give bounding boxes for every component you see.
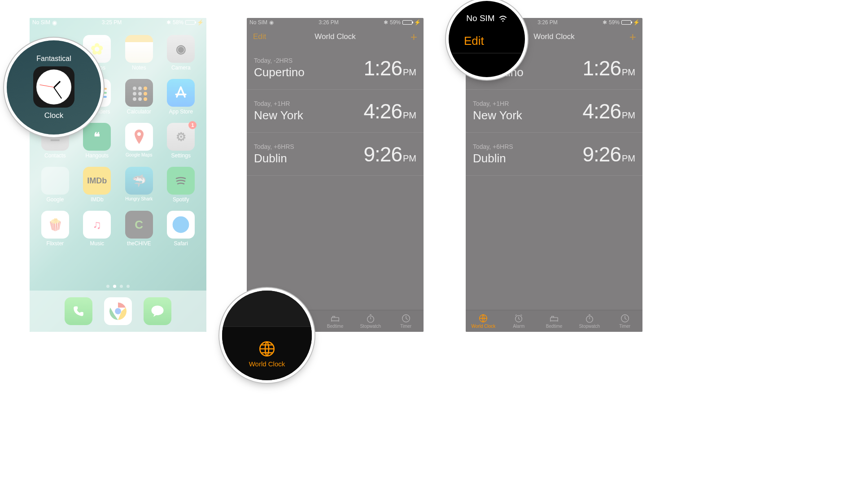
chrome-app[interactable]: [104, 297, 132, 325]
hungryshark-app[interactable]: 🦈Hungry Shark: [120, 167, 158, 203]
badge: 1: [188, 121, 197, 129]
page-indicator[interactable]: [30, 285, 206, 288]
tab-label: Bedtime: [546, 324, 563, 329]
phone-app[interactable]: [65, 297, 92, 325]
time-offset: Today, +6HRS: [473, 143, 513, 150]
clock-row[interactable]: Today, +1HRNew York 4:26PM: [466, 90, 642, 133]
carrier-label: No SIM: [249, 19, 267, 26]
svg-point-16: [152, 305, 164, 315]
svg-point-26: [586, 316, 593, 323]
chive-app[interactable]: CtheCHIVE: [120, 211, 158, 247]
calculator-app[interactable]: Calculator: [120, 79, 158, 115]
time-value: 9:26: [582, 142, 621, 166]
google-folder[interactable]: Google: [36, 167, 74, 203]
app-label: Settings: [171, 152, 191, 159]
time-offset: Today, -2HRS: [254, 57, 305, 64]
tab-timer[interactable]: Timer: [388, 313, 424, 329]
notes-icon: [125, 35, 153, 63]
camera-icon: ◉: [167, 35, 195, 63]
app-label: Spotify: [173, 196, 189, 203]
world-clock-list[interactable]: Today, -2HRSCupertino 1:26PM Today, +1HR…: [466, 47, 642, 310]
world-clock-tab[interactable]: World Clock: [222, 326, 312, 380]
tab-world-clock[interactable]: World Clock: [466, 313, 501, 329]
time-ampm: PM: [403, 153, 416, 164]
tab-alarm[interactable]: Alarm: [501, 313, 537, 329]
add-button[interactable]: +: [411, 30, 417, 44]
add-button[interactable]: +: [629, 30, 636, 44]
googlemaps-icon: [125, 123, 153, 151]
tab-label: Timer: [400, 324, 411, 329]
callout-clock-app: Fantastical Clock: [7, 40, 101, 135]
music-icon: ♫: [83, 211, 111, 239]
time-value: 1:26: [582, 56, 621, 80]
svg-point-0: [133, 87, 136, 90]
shark-icon: 🦈: [125, 167, 153, 195]
time-ampm: PM: [622, 67, 635, 78]
tab-label: Timer: [619, 324, 630, 329]
settings-app[interactable]: ⚙1Settings: [162, 123, 201, 159]
tab-timer[interactable]: Timer: [607, 313, 642, 329]
imdb-icon: IMDb: [83, 167, 111, 195]
tab-stopwatch[interactable]: Stopwatch: [353, 313, 388, 329]
clock-app-label: Clock: [44, 111, 64, 120]
time-ampm: PM: [403, 110, 416, 121]
edit-button[interactable]: Edit: [253, 32, 266, 41]
city-name: Cupertino: [254, 65, 305, 79]
time-value: 9:26: [363, 142, 402, 166]
time-value: 4:26: [582, 99, 621, 123]
time-ampm: PM: [622, 110, 635, 121]
appstore-app[interactable]: App Store: [162, 79, 201, 115]
spotify-app[interactable]: Spotify: [162, 167, 201, 203]
imdb-app[interactable]: IMDbIMDb: [78, 167, 117, 203]
carrier-label: No SIM: [32, 19, 50, 26]
svg-rect-25: [550, 317, 558, 321]
tab-stopwatch[interactable]: Stopwatch: [572, 313, 607, 329]
city-name: New York: [254, 109, 303, 122]
messages-app[interactable]: [144, 297, 171, 325]
notes-app[interactable]: Notes: [120, 35, 158, 71]
battery-icon: [402, 20, 412, 25]
time-value: 1:26: [363, 56, 402, 80]
settings-icon: ⚙1: [167, 123, 195, 151]
tab-bedtime[interactable]: Bedtime: [318, 313, 353, 329]
clock-row[interactable]: Today, +1HRNew York 4:26PM: [247, 90, 424, 133]
clock-row[interactable]: Today, +6HRSDublin 9:26PM: [466, 133, 642, 176]
edit-button[interactable]: Edit: [464, 34, 484, 48]
app-label: Contacts: [44, 152, 66, 159]
charging-icon: ⚡: [414, 19, 421, 26]
tab-bedtime[interactable]: Bedtime: [537, 313, 572, 329]
app-label: Notes: [132, 65, 146, 71]
googlemaps-app[interactable]: Google Maps: [120, 123, 158, 159]
nav-bar: Edit World Clock +: [247, 27, 424, 47]
app-label: Hungry Shark: [125, 196, 153, 201]
safari-app[interactable]: Safari: [162, 211, 201, 247]
google-icon: [41, 167, 69, 195]
camera-app[interactable]: ◉Camera: [162, 35, 201, 71]
wifi-icon: [498, 15, 507, 22]
spotify-icon: [167, 167, 195, 195]
hangouts-app[interactable]: ❝Hangouts: [78, 123, 117, 159]
time-value: 4:26: [363, 99, 402, 123]
tab-label: Alarm: [513, 324, 524, 329]
svg-point-8: [144, 97, 147, 101]
app-label: Music: [90, 240, 104, 247]
status-time: 3:26 PM: [537, 19, 558, 26]
svg-point-3: [133, 92, 136, 96]
svg-point-4: [138, 92, 142, 96]
hangouts-icon: ❝: [83, 123, 111, 151]
tab-bar: World Clock Alarm Bedtime Stopwatch Time…: [466, 310, 642, 332]
status-time: 3:25 PM: [102, 19, 122, 26]
bluetooth-icon: ✱: [384, 19, 388, 26]
battery-text: 59%: [390, 19, 401, 26]
world-clock-list[interactable]: Today, -2HRSCupertino 1:26PM Today, +1HR…: [247, 47, 424, 310]
app-label: Safari: [174, 240, 188, 247]
svg-point-28: [502, 21, 503, 22]
tab-label: Stopwatch: [360, 324, 381, 329]
svg-point-2: [144, 87, 147, 90]
clock-row[interactable]: Today, +6HRSDublin 9:26PM: [247, 133, 424, 176]
clock-app-icon[interactable]: [33, 66, 74, 108]
clock-row[interactable]: Today, -2HRSCupertino 1:26PM: [247, 47, 424, 90]
app-label: App Store: [169, 109, 193, 115]
music-app[interactable]: ♫Music: [78, 211, 117, 247]
flixster-app[interactable]: 🍿Flixster: [36, 211, 74, 247]
